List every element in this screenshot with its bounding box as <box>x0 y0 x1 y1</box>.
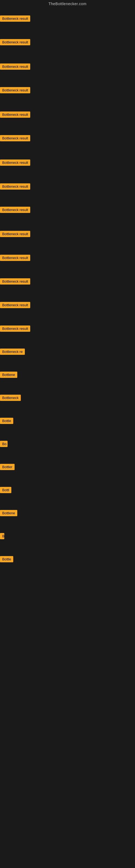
bottleneck-item-1[interactable]: Bottleneck result <box>0 39 30 46</box>
bottleneck-badge: Bottleneck <box>0 395 21 401</box>
bottleneck-item-10[interactable]: Bottleneck result <box>0 255 30 262</box>
bottleneck-badge: Bottleneck result <box>0 278 30 284</box>
bottleneck-item-16[interactable]: Bottleneck <box>0 395 21 402</box>
bottleneck-item-8[interactable]: Bottleneck result <box>0 207 30 214</box>
bottleneck-item-17[interactable]: Bottle <box>0 418 13 425</box>
bottleneck-item-21[interactable]: Bottlene <box>0 510 17 517</box>
bottleneck-badge: Bottleneck result <box>0 207 30 213</box>
bottleneck-item-19[interactable]: Bottler <box>0 464 14 471</box>
bottleneck-item-3[interactable]: Bottleneck result <box>0 87 30 94</box>
bottleneck-item-0[interactable]: Bottleneck result <box>0 16 30 23</box>
bottleneck-item-4[interactable]: Bottleneck result <box>0 112 30 119</box>
bottleneck-item-2[interactable]: Bottleneck result <box>0 63 30 71</box>
bottleneck-item-12[interactable]: Bottleneck result <box>0 302 30 309</box>
bottleneck-item-13[interactable]: Bottleneck result <box>0 326 30 333</box>
bottleneck-badge: Bo <box>0 441 8 447</box>
bottleneck-badge: Bottler <box>0 464 14 470</box>
bottleneck-badge: B <box>0 533 4 539</box>
bottleneck-badge: Bottleneck result <box>0 16 30 22</box>
bottleneck-badge: Bottleneck result <box>0 302 30 308</box>
bottleneck-item-20[interactable]: Bottl <box>0 487 11 494</box>
bottleneck-item-15[interactable]: Bottlene <box>0 372 17 379</box>
bottleneck-badge: Bottleneck result <box>0 112 30 118</box>
bottleneck-badge: Bottleneck result <box>0 231 30 237</box>
bottleneck-badge: Bottleneck result <box>0 159 30 166</box>
bottleneck-item-11[interactable]: Bottleneck result <box>0 278 30 286</box>
bottleneck-badge: Bottleneck result <box>0 135 30 141</box>
bottleneck-item-5[interactable]: Bottleneck result <box>0 135 30 143</box>
bottleneck-item-14[interactable]: Bottleneck re <box>0 348 25 356</box>
bottleneck-item-9[interactable]: Bottleneck result <box>0 231 30 238</box>
bottleneck-item-6[interactable]: Bottleneck result <box>0 159 30 167</box>
bottleneck-badge: Bottleneck result <box>0 326 30 332</box>
bottleneck-item-23[interactable]: Bottle <box>0 556 13 563</box>
bottleneck-item-22[interactable]: B <box>0 533 4 540</box>
bottleneck-badge: Bottleneck result <box>0 63 30 70</box>
bottleneck-badge: Bottlene <box>0 510 17 516</box>
bottleneck-item-7[interactable]: Bottleneck result <box>0 183 30 191</box>
site-title: TheBottlenecker.com <box>0 0 135 7</box>
bottleneck-badge: Bottle <box>0 556 13 562</box>
bottleneck-badge: Bottleneck result <box>0 183 30 190</box>
bottleneck-badge: Bottlene <box>0 372 17 378</box>
bottleneck-badge: Bottleneck re <box>0 348 25 355</box>
bottleneck-badge: Bottleneck result <box>0 87 30 93</box>
bottleneck-item-18[interactable]: Bo <box>0 441 8 448</box>
bottleneck-badge: Bottl <box>0 487 11 493</box>
bottleneck-badge: Bottleneck result <box>0 255 30 261</box>
bottleneck-badge: Bottleneck result <box>0 39 30 45</box>
bottleneck-badge: Bottle <box>0 418 13 424</box>
